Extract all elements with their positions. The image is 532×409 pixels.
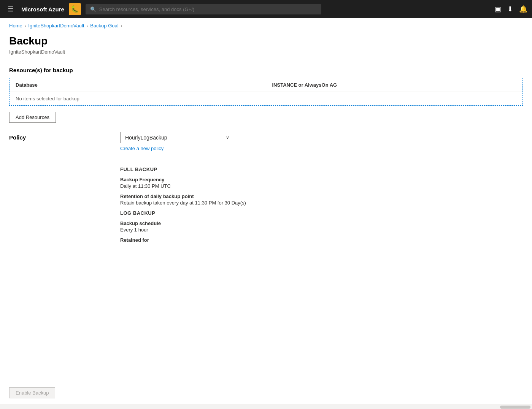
nav-icon-group: ▣ ⬇ 🔔: [495, 5, 527, 13]
page-subtitle: IgniteShopkartDemoVault: [9, 49, 523, 55]
download-icon[interactable]: ⬇: [507, 5, 513, 13]
page-header: Backup IgniteShopkartDemoVault: [0, 33, 532, 61]
backup-schedule-label: Backup schedule: [120, 220, 523, 226]
backup-details: FULL BACKUP Backup Frequency Daily at 11…: [120, 163, 523, 247]
resources-section-title: Resource(s) for backup: [9, 67, 523, 73]
retained-for-item: Retained for: [120, 237, 523, 243]
full-backup-header: FULL BACKUP: [120, 166, 523, 172]
column-header-instance: INSTANCE or AlwaysOn AG: [266, 78, 523, 92]
backup-schedule-item: Backup schedule Every 1 hour: [120, 220, 523, 233]
breadcrumb: Home › IgniteShopkartDemoVault › Backup …: [0, 18, 532, 33]
resources-section: Resource(s) for backup Database INSTANCE…: [9, 67, 523, 123]
page-title: Backup: [9, 35, 523, 48]
horizontal-scrollbar[interactable]: [500, 406, 530, 409]
policy-section: Policy HourlyLogBackup ∨ Create a new po…: [9, 132, 523, 247]
resource-table: Database INSTANCE or AlwaysOn AG No item…: [10, 78, 522, 105]
backup-schedule-value: Every 1 hour: [120, 227, 523, 233]
scroll-area: [0, 404, 532, 409]
log-backup-header: LOG BACKUP: [120, 210, 523, 216]
empty-message: No items selected for backup: [10, 92, 522, 105]
azure-logo-icon: 🐛: [69, 3, 81, 15]
search-bar-container[interactable]: 🔍: [86, 4, 321, 14]
backup-frequency-item: Backup Frequency Daily at 11:30 PM UTC: [120, 177, 523, 189]
retained-for-label: Retained for: [120, 237, 523, 243]
policy-select[interactable]: HourlyLogBackup ∨: [120, 132, 234, 143]
content-area: Resource(s) for backup Database INSTANCE…: [0, 61, 532, 381]
chevron-down-icon: ∨: [226, 135, 229, 140]
terminal-icon[interactable]: ▣: [495, 5, 501, 13]
column-header-database: Database: [10, 78, 266, 92]
breadcrumb-backup-goal[interactable]: Backup Goal: [90, 23, 118, 29]
create-policy-link[interactable]: Create a new policy: [120, 146, 234, 151]
resource-table-wrapper: Database INSTANCE or AlwaysOn AG No item…: [9, 78, 523, 106]
table-row-empty: No items selected for backup: [10, 92, 522, 105]
policy-controls: HourlyLogBackup ∨ Create a new policy: [120, 132, 234, 151]
search-input[interactable]: [99, 6, 317, 12]
breadcrumb-home[interactable]: Home: [9, 23, 22, 29]
breadcrumb-vault[interactable]: IgniteShopkartDemoVault: [28, 23, 84, 29]
policy-selected-value: HourlyLogBackup: [125, 135, 167, 141]
add-resources-button[interactable]: Add Resources: [9, 112, 56, 123]
policy-row: Policy HourlyLogBackup ∨ Create a new po…: [9, 132, 523, 151]
bottom-bar: Enable Backup: [0, 381, 532, 404]
top-navigation: ☰ Microsoft Azure 🐛 🔍 ▣ ⬇ 🔔: [0, 0, 532, 18]
retention-daily-value: Retain backup taken every day at 11:30 P…: [120, 200, 523, 206]
policy-label: Policy: [9, 132, 108, 141]
retention-daily-item: Retention of daily backup point Retain b…: [120, 193, 523, 206]
main-wrapper: Home › IgniteShopkartDemoVault › Backup …: [0, 18, 532, 409]
app-title: Microsoft Azure: [21, 6, 64, 13]
backup-frequency-label: Backup Frequency: [120, 177, 523, 182]
enable-backup-button[interactable]: Enable Backup: [9, 387, 55, 398]
notification-icon[interactable]: 🔔: [519, 5, 527, 13]
backup-frequency-value: Daily at 11:30 PM UTC: [120, 183, 523, 189]
search-icon: 🔍: [90, 6, 96, 12]
breadcrumb-sep-3: ›: [121, 24, 122, 28]
breadcrumb-sep-2: ›: [87, 24, 88, 28]
breadcrumb-sep-1: ›: [25, 24, 26, 28]
hamburger-menu-icon[interactable]: ☰: [5, 3, 17, 15]
retention-daily-label: Retention of daily backup point: [120, 193, 523, 199]
